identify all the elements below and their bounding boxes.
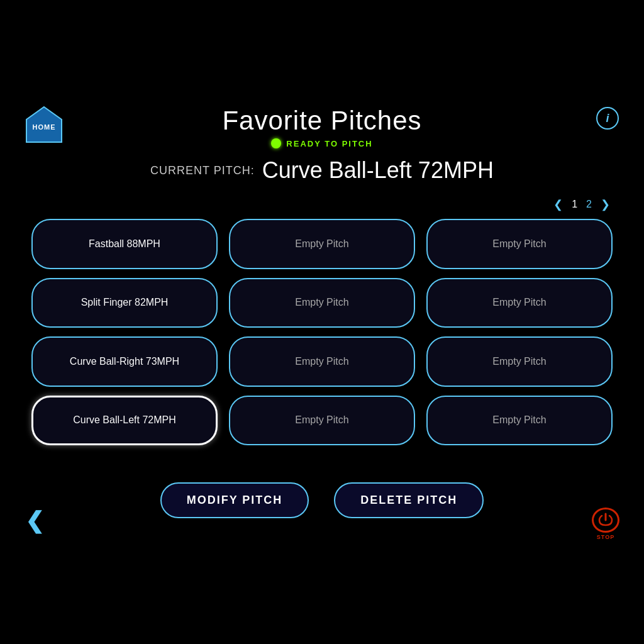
page-prev-arrow[interactable]: ❮: [551, 196, 565, 213]
pitch-btn-empty-3[interactable]: Empty Pitch: [229, 278, 415, 328]
bottom-actions: MODIFY PITCH DELETE PITCH: [0, 482, 644, 518]
ready-indicator: [271, 138, 281, 148]
pitch-btn-empty-1[interactable]: Empty Pitch: [229, 219, 415, 269]
delete-pitch-button[interactable]: DELETE PITCH: [334, 482, 484, 518]
pitch-btn-curveball-left-72[interactable]: Curve Ball-Left 72MPH: [31, 396, 218, 446]
pitch-btn-splitfinger-82[interactable]: Split Finger 82MPH: [31, 278, 218, 328]
pitch-btn-empty-5[interactable]: Empty Pitch: [229, 336, 415, 387]
page-next-arrow[interactable]: ❯: [598, 196, 613, 213]
page-title: Favorite Pitches: [0, 106, 644, 136]
back-button[interactable]: ❮: [25, 508, 44, 534]
pagination: ❮ 1 2 ❯: [551, 196, 613, 213]
ready-status-row: READY TO PITCH: [0, 138, 644, 148]
current-pitch-value: Curve Ball-Left 72MPH: [262, 157, 494, 184]
stop-button[interactable]: STOP: [589, 508, 622, 540]
pitch-btn-empty-4[interactable]: Empty Pitch: [426, 278, 613, 328]
pitch-btn-empty-7[interactable]: Empty Pitch: [229, 396, 415, 446]
page-2[interactable]: 2: [584, 197, 594, 211]
pitch-btn-curveball-right-73[interactable]: Curve Ball-Right 73MPH: [31, 336, 218, 387]
modify-pitch-button[interactable]: MODIFY PITCH: [160, 482, 309, 518]
current-pitch-label: CURRENT PITCH:: [150, 164, 255, 177]
stop-label: STOP: [597, 534, 614, 540]
pitch-grid: Fastball 88MPH Empty Pitch Empty Pitch S…: [31, 219, 613, 445]
pitch-btn-empty-2[interactable]: Empty Pitch: [426, 219, 613, 269]
pitch-btn-empty-6[interactable]: Empty Pitch: [426, 336, 613, 387]
current-pitch-row: CURRENT PITCH: Curve Ball-Left 72MPH: [0, 157, 644, 184]
ready-label: READY TO PITCH: [286, 139, 372, 148]
stop-circle: [592, 508, 619, 533]
page-1[interactable]: 1: [569, 197, 580, 211]
pitch-btn-empty-8[interactable]: Empty Pitch: [426, 396, 613, 446]
pitch-btn-fastball-88[interactable]: Fastball 88MPH: [31, 219, 218, 269]
